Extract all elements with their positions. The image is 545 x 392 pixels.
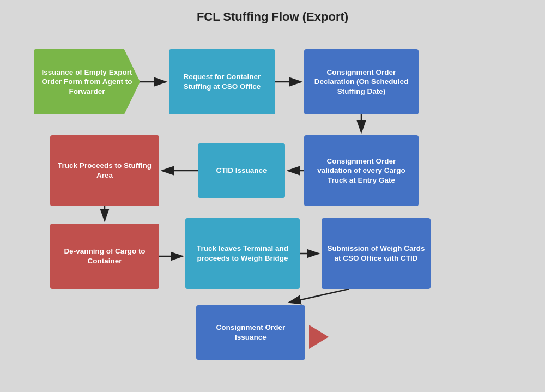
end-triangle	[309, 325, 329, 349]
box10: Consignment Order Issuance	[196, 305, 305, 360]
box9: Submission of Weigh Cards at CSO Office …	[322, 218, 431, 289]
box4: Consignment Order validation of every Ca…	[304, 135, 419, 206]
page-title: FCL Stuffing Flow (Export)	[0, 0, 545, 29]
box5: CTID Issuance	[198, 143, 285, 198]
box6: Truck Proceeds to Stuffing Area	[50, 135, 159, 206]
box2: Request for Container Stuffing at CSO Of…	[169, 49, 275, 114]
diagram-container: FCL Stuffing Flow (Export) Issuance of E…	[0, 0, 545, 392]
box7: De-vanning of Cargo to Container	[50, 224, 159, 289]
box1: Issuance of Empty Export Order Form from…	[34, 49, 140, 114]
svg-line-9	[289, 289, 349, 303]
box3: Consignment Order Declaration (On Schedu…	[304, 49, 419, 114]
box8: Truck leaves Terminal and proceeds to We…	[185, 218, 300, 289]
